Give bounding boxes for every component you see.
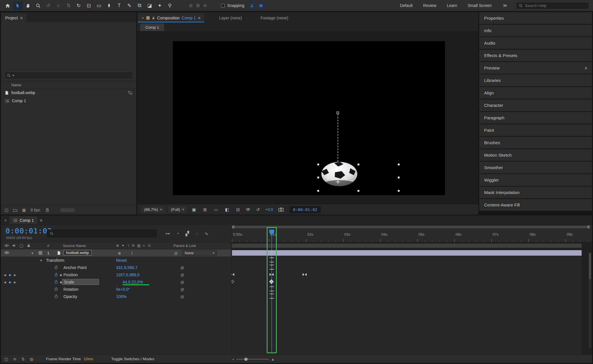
panel-list-item[interactable]: Wiggler ≡ [479, 174, 592, 186]
selection-handle[interactable] [398, 176, 400, 179]
property-row-anchor-point[interactable]: Anchor Point 331,9,590,7 @ [1, 264, 231, 271]
panel-menu-icon[interactable]: ≡ [198, 15, 201, 20]
hand-tool[interactable] [23, 1, 33, 10]
tab-project[interactable]: Project ≡ [1, 13, 26, 22]
rotation-tool[interactable]: ↻ [74, 1, 83, 10]
selection-handle[interactable] [317, 176, 319, 179]
zoom-tool[interactable] [33, 1, 43, 10]
close-icon[interactable]: × [4, 218, 7, 223]
keyframe-next-icon[interactable]: ▶ [14, 273, 16, 276]
region-of-interest-icon[interactable]: ◧ [223, 207, 231, 212]
toggle-viewer-layout-icon[interactable]: ▣ [190, 207, 198, 212]
world-axis-icon[interactable]: ⊠ [196, 3, 200, 8]
channel-rgb-icon[interactable] [245, 207, 251, 212]
composition-frame[interactable] [173, 41, 445, 195]
bit-depth-label[interactable]: 8 bpc [30, 208, 40, 212]
snap-to-features-icon[interactable]: ⊞ [257, 2, 265, 9]
transform-group-label[interactable]: Transform [46, 258, 64, 263]
panel-list-item[interactable]: Motion Sketch ≡ [479, 149, 592, 161]
selection-handle[interactable] [398, 190, 400, 192]
trash-icon[interactable] [45, 208, 50, 212]
panel-list-item[interactable]: Libraries ≡ [479, 74, 592, 86]
position-keyframe[interactable] [231, 273, 234, 276]
timeline-zoom-control[interactable]: ▴ ▲ [233, 355, 274, 363]
transparency-grid-icon[interactable]: ⊟ [234, 207, 242, 212]
workspace-overflow-icon[interactable]: ≫ [503, 3, 507, 8]
parent-pickwhip-icon[interactable]: @ [174, 251, 178, 255]
panel-menu-icon[interactable]: ≡ [40, 218, 43, 223]
reset-exposure-icon[interactable]: ↺ [254, 207, 262, 212]
pickwhip-icon[interactable]: @ [180, 265, 184, 270]
snapping-checkbox[interactable] [221, 4, 225, 8]
keyframe-next-icon[interactable]: ▶ [14, 280, 16, 283]
timeline-vertical-scrollbar[interactable] [589, 253, 591, 348]
scale-keyframe-selected[interactable] [269, 279, 274, 284]
panel-menu-icon[interactable]: ≡ [20, 15, 23, 20]
keyframe-diamond-icon[interactable]: ◆ [9, 273, 11, 277]
scale-value[interactable]: 44,0,22,0% [122, 280, 143, 284]
property-row-rotation[interactable]: Rotation 0x+0,0° @ [1, 286, 231, 293]
panel-list-item[interactable]: Preview ≡ [479, 62, 592, 74]
frame-blending-icon[interactable]: ▞ [186, 231, 189, 236]
rectangle-tool[interactable]: ▭ [94, 1, 104, 10]
brush-tool[interactable]: ✎ [125, 1, 134, 10]
stopwatch-icon[interactable] [54, 287, 58, 291]
source-name-column-label[interactable]: Source Name [63, 244, 86, 248]
keyframe-diamond-icon[interactable]: ◆ [9, 280, 11, 284]
magnification-dropdown[interactable]: (66,7%) ▾ [141, 206, 165, 213]
motion-blur-icon[interactable]: ◌ [195, 231, 198, 236]
orbit-camera-tool[interactable]: ↺ [43, 1, 53, 10]
timeline-tab-comp1[interactable]: Comp 1 [10, 216, 37, 224]
scrollbar-thumb[interactable] [589, 253, 591, 279]
zoom-slider-track[interactable] [236, 359, 269, 360]
close-icon[interactable]: × [142, 15, 144, 20]
stopwatch-icon[interactable] [54, 265, 58, 270]
stopwatch-icon-active[interactable] [54, 272, 58, 277]
property-row-position[interactable]: ◀ ◆ ▶ ◆ Position 1167,0,989,0 @ [1, 271, 231, 278]
work-area-row[interactable] [231, 242, 592, 249]
exposure-value[interactable]: +0,0 [265, 207, 273, 212]
navigator-handle-left[interactable] [232, 226, 235, 228]
panel-list-item[interactable]: Brushes ≡ [479, 137, 592, 149]
timeline-track-area[interactable]: 0:00s01s02s03s04s05s06s07s08s09s [231, 225, 592, 354]
scale-label[interactable]: Scale [64, 280, 74, 284]
rotation-value[interactable]: 0x+0,0° [116, 287, 130, 292]
project-columns-header[interactable]: Name [1, 81, 136, 89]
panel-menu-icon[interactable]: ≡ [585, 65, 587, 70]
expand-transfer-controls-icon[interactable]: ≋ [13, 357, 17, 361]
snapshot-camera-icon[interactable] [278, 207, 284, 212]
panel-list-item[interactable]: Character ≡ [479, 99, 592, 111]
mask-visibility-icon[interactable]: ▭ [212, 207, 220, 212]
layer-visibility-eye-icon[interactable] [4, 251, 9, 255]
anchor-point-marker[interactable] [336, 180, 340, 184]
comp-flowchart-icon[interactable]: ⊶ [165, 231, 170, 236]
panel-list-item[interactable]: Content-Aware Fill ≡ [479, 199, 592, 211]
stopwatch-icon-active[interactable] [54, 280, 58, 284]
panel-list-item[interactable]: Info ≡ [479, 25, 592, 36]
expand-in-out-icon[interactable]: ⇅ [21, 357, 25, 361]
clone-stamp-tool[interactable]: ⧉ [135, 1, 144, 10]
pen-tool[interactable] [104, 1, 114, 10]
local-axis-icon[interactable]: ⊞ [189, 3, 193, 8]
tab-layer[interactable]: Layer (none) [215, 13, 246, 22]
stopwatch-icon[interactable] [54, 294, 58, 299]
pan-camera-tool[interactable]: ⊹ [54, 1, 63, 10]
transform-group-row[interactable]: ▾ Transform Reset [1, 257, 231, 264]
opacity-value[interactable]: 100% [116, 294, 127, 299]
help-search-box[interactable] [516, 2, 589, 9]
layer-row-football[interactable]: ▾ 1 football.webp ⊕ ∖ @ None ▾ [1, 249, 231, 257]
parent-link-dropdown[interactable]: None ▾ [182, 250, 217, 256]
workspace-review[interactable]: Review [423, 3, 436, 8]
type-tool[interactable]: T [114, 1, 124, 10]
layer-name[interactable]: football.webp [63, 250, 92, 255]
grid-guides-icon[interactable]: ⊞ [201, 207, 209, 212]
position-keyframe[interactable] [270, 273, 274, 276]
zoom-in-mountain-icon[interactable]: ▲ [271, 357, 275, 361]
motion-path-keyframe-point[interactable] [336, 111, 339, 114]
panel-list-item[interactable]: Properties ≡ [479, 12, 592, 24]
position-value[interactable]: 1167,0,989,0 [116, 272, 140, 277]
selection-handle[interactable] [357, 190, 360, 192]
composition-viewer[interactable] [137, 31, 478, 204]
pickwhip-icon[interactable]: @ [180, 287, 184, 291]
tab-composition[interactable]: × Composition Comp 1 ≡ [138, 13, 204, 22]
